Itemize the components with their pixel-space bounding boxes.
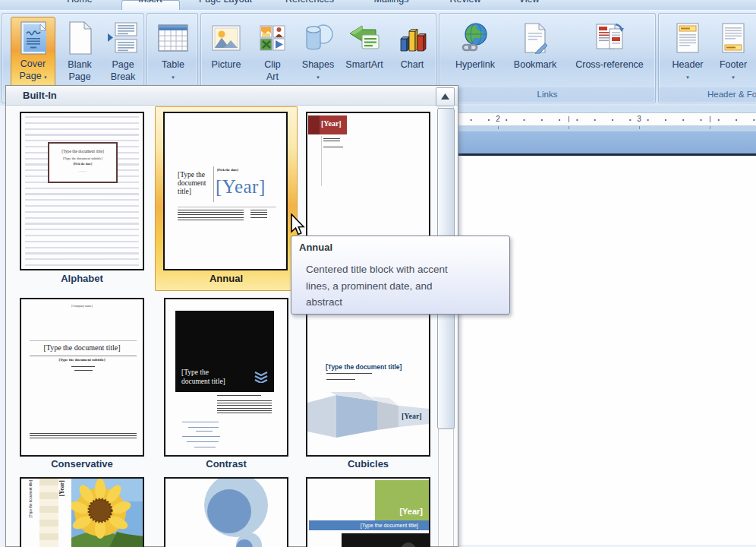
cubicles-title: [Type the document title]: [326, 363, 402, 371]
links-group-label: Links: [439, 87, 655, 102]
shapes-dropdown-arrow: ▾: [297, 71, 339, 83]
annual-title: [Type the document title]: [178, 171, 213, 196]
table-icon: [152, 18, 194, 58]
smartart-icon: [341, 18, 388, 58]
smartart-button[interactable]: SmartArt: [341, 15, 388, 90]
ruler-half-tick: [710, 116, 710, 122]
cross-reference-label: Cross-reference: [565, 59, 654, 71]
table-label: Table: [152, 59, 194, 71]
cover-page-gallery-dropdown: Built-In [Type the document title] [Type…: [5, 85, 458, 547]
gallery-item-contrast[interactable]: [Type thedocument title]: [164, 298, 288, 457]
red-text-lines2: [323, 147, 343, 149]
tab-home[interactable]: Home: [57, 0, 102, 5]
bookmark-icon: [506, 18, 564, 58]
tab-page-layout[interactable]: Page Layout: [191, 0, 260, 5]
gallery-scroll-up-button[interactable]: [436, 87, 455, 106]
tab-references[interactable]: References: [279, 0, 340, 5]
group-links: Hyperlink Bookmark: [439, 13, 656, 103]
document-page[interactable]: [454, 156, 756, 545]
conservative-top-line: [Company name]: [21, 304, 143, 308]
header-button[interactable]: Header ▾: [665, 15, 710, 90]
ruler-number-3: 3: [635, 115, 644, 123]
alphabet-text-pattern: [25, 116, 139, 266]
header-icon: [665, 18, 710, 58]
hyperlink-button[interactable]: Hyperlink: [446, 15, 505, 90]
conservative-paragraph: [30, 433, 137, 440]
gallery-label-annual: Annual: [155, 273, 298, 288]
ruler-number-2: 2: [493, 115, 502, 123]
horizontal-ruler[interactable]: 2 3: [454, 112, 756, 126]
gallery-item-motion[interactable]: [Year] [Type the document title]: [306, 477, 430, 547]
blank-page-label-2: Page: [58, 71, 101, 83]
red-banner-dark: [308, 115, 320, 134]
cover-page-dropdown-arrow: ▾: [44, 74, 47, 80]
header-footer-group-label: Header & Footer: [659, 87, 756, 102]
up-triangle-icon: [441, 93, 449, 100]
group-header-footer: Header ▾ Footer ▾: [658, 13, 756, 103]
ruler-sub-tick: [569, 126, 569, 129]
contrast-paragraph: [217, 400, 272, 415]
contrast-title: [Type thedocument title]: [181, 368, 245, 386]
blank-page-button[interactable]: Blank Page: [58, 15, 101, 90]
clip-art-button[interactable]: Clip Art: [251, 15, 294, 90]
contrast-chevrons-icon: [254, 371, 269, 386]
footer-dropdown-arrow: ▾: [712, 71, 754, 83]
gallery-label-cubicles: Cubicles: [297, 458, 439, 473]
tab-insert[interactable]: Insert: [124, 0, 177, 5]
red-year: [Year]: [321, 119, 342, 128]
tab-view[interactable]: View: [507, 0, 551, 5]
footer-label: Footer: [712, 59, 754, 71]
gallery-item-cubicles[interactable]: [Type the document title] [Year]: [306, 298, 430, 457]
conservative-rule-top: [30, 340, 137, 341]
gallery-item-annual[interactable]: [Type the document title] [Pick the date…: [163, 112, 288, 270]
gallery-item-alphabet[interactable]: [Type the document title] [Type the docu…: [20, 112, 144, 270]
motion-year: [Year]: [399, 507, 423, 516]
picture-button[interactable]: Picture: [204, 15, 248, 90]
gallery-selected-frame[interactable]: [Type the document title] [Pick the date…: [155, 106, 298, 291]
page-break-button[interactable]: Page Break: [102, 15, 144, 90]
conservative-meta2: [74, 370, 93, 372]
chart-button[interactable]: Chart: [391, 15, 433, 90]
motion-photo: [342, 533, 429, 547]
cross-reference-icon: [565, 18, 654, 58]
tab-mailings[interactable]: Mailings: [363, 0, 420, 5]
cover-page-label-1: Cover: [11, 58, 55, 70]
cross-reference-button[interactable]: Cross-reference: [565, 15, 654, 90]
exposure-rotated-title: [Type the document title]: [29, 480, 39, 547]
gallery-header: Built-In: [6, 86, 458, 106]
page-margin-band: [454, 131, 756, 153]
alphabet-title: [Type the document title]: [49, 149, 116, 153]
conservative-title: [Type the document title]: [21, 343, 143, 352]
footer-button[interactable]: Footer ▾: [712, 15, 754, 90]
hyperlink-icon: [446, 18, 505, 58]
shapes-button[interactable]: Shapes ▾: [297, 15, 339, 90]
gallery-item-mod[interactable]: [164, 477, 288, 547]
ruler-sub-tick: [710, 126, 710, 129]
table-dropdown-arrow: ▾: [152, 71, 194, 83]
ribbon-document-gap: [454, 106, 756, 112]
cubicles-subtitle: [326, 373, 372, 375]
alphabet-subtitle: [Type the document subtitle]: [49, 157, 116, 160]
blank-page-label-1: Blank: [58, 59, 101, 71]
annual-side-lines: [250, 210, 267, 220]
gallery-label-alphabet: Alphabet: [11, 273, 153, 288]
page-break-label-1: Page: [102, 59, 144, 71]
red-text-lines: [323, 138, 340, 143]
conservative-rule-bottom: [30, 356, 137, 356]
page-break-label-2: Break: [102, 71, 144, 83]
bookmark-button[interactable]: Bookmark: [506, 15, 564, 90]
cover-page-button[interactable]: Cover Page ▾: [11, 17, 55, 88]
ruler-sub-tick: [498, 126, 499, 129]
ruler-sub-tick: [639, 126, 640, 129]
header-label: Header: [665, 59, 710, 71]
gallery-item-exposure[interactable]: [Type the document title] [Year]: [20, 477, 144, 547]
table-button[interactable]: Table ▾: [152, 15, 194, 90]
gallery-item-conservative[interactable]: [Company name] [Type the document title]…: [20, 298, 144, 457]
ribbon-tab-bar: Home Insert Page Layout References Maili…: [0, 0, 756, 10]
alphabet-line4: ———: [49, 169, 116, 172]
tooltip-body: Centered title block with accent lines, …: [306, 261, 448, 311]
alphabet-line3: [Pick the date]: [49, 162, 116, 166]
annual-pick-date: [Pick the date]: [217, 168, 238, 172]
chart-label: Chart: [391, 59, 433, 71]
tab-review[interactable]: Review: [439, 0, 492, 5]
